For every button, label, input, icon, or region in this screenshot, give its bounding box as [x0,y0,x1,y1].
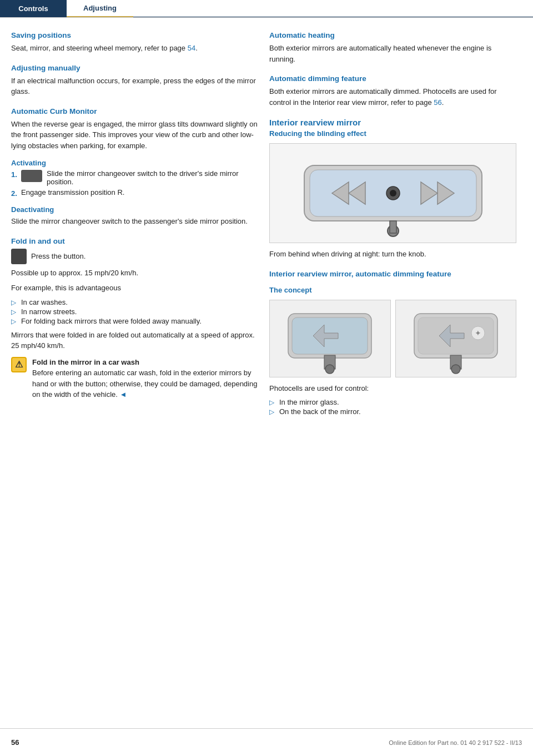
deactivating-heading: Deactivating [11,205,258,214]
mirror-illustration [269,143,516,243]
automatic-curb-text: When the reverse gear is engaged, the mi… [11,119,258,152]
mirror-svg [288,149,499,238]
automatic-heating-heading: Automatic heating [269,31,516,39]
concept-images: ✦ [269,300,516,377]
interior-rearview-heading: Interior rearview mirror [269,118,516,127]
warning-icon: ⚠ [11,357,27,372]
svg-rect-3 [390,221,396,233]
saving-positions-page-link[interactable]: 54 [188,44,195,52]
photocells-text: Photocells are used for control: [269,383,516,394]
step-1-number: 1. [11,169,21,179]
step-2-content: Engage transmission position R. [21,188,258,196]
step-1-item: 1. Slide the mirror changeover switch to… [11,169,258,186]
right-column: Automatic heating Both exterior mirrors … [269,31,516,417]
automatic-dimming-heading: Automatic dimming feature [269,74,516,83]
svg-text:✦: ✦ [475,329,481,337]
fold-button-icon [11,249,27,264]
page-footer: 56 Online Edition for Part no. 01 40 2 9… [0,728,533,756]
concept-svg-right: ✦ [406,303,506,375]
fold-speed-text: Possible up to approx. 15 mph/20 km/h. [11,268,258,279]
main-content: Saving positions Seat, mirror, and steer… [0,18,533,461]
header-divider [133,0,533,17]
footer-edition-text: Online Edition for Part no. 01 40 2 917 … [389,739,522,746]
warning-text-content: Fold in the mirror in a car wash Before … [32,357,258,400]
activating-heading: Activating [11,159,258,167]
page-header: Controls Adjusting [0,0,533,18]
step-2-item: 2. Engage transmission position R. [11,188,258,198]
concept-bullet-arrow-2: ▷ [269,407,279,416]
left-column: Saving positions Seat, mirror, and steer… [11,31,258,417]
automatic-heating-text: Both exterior mirrors are automatically … [269,43,516,64]
mirrors-folded-text: Mirrors that were folded in are folded o… [11,330,258,351]
step-1-content: Slide the mirror changeover switch to th… [21,169,258,186]
svg-point-20 [451,365,460,374]
bullet-item-3: ▷ For folding back mirrors that were fol… [11,317,258,325]
fold-row: Press the button. [11,249,258,264]
saving-positions-heading: Saving positions [11,31,258,39]
bullet-item-2: ▷ In narrow streets. [11,308,258,316]
automatic-curb-heading: Automatic Curb Monitor [11,107,258,115]
adjusting-manually-text: If an electrical malfunction occurs, for… [11,75,258,97]
svg-point-9 [390,190,396,196]
auto-dimming-section-heading: Interior rearview mirror, automatic dimm… [269,270,516,278]
saving-positions-text: Seat, mirror, and steering wheel memory,… [11,43,258,54]
bullet-item-1: ▷ In car washes. [11,298,258,306]
mirror-switch-icon [21,170,42,182]
fold-press-text: Press the button. [31,251,86,262]
reducing-heading: Reducing the blinding effect [269,129,516,138]
fold-example-text: For example, this is advantageous [11,283,258,294]
adjusting-manually-heading: Adjusting manually [11,64,258,72]
bullet-arrow-2: ▷ [11,308,21,316]
warning-box: ⚠ Fold in the mirror in a car wash Befor… [11,357,258,400]
bullet-arrow-3: ▷ [11,317,21,325]
reducing-text: From behind when driving at night: turn … [269,249,516,260]
step-2-number: 2. [11,188,21,198]
concept-image-right: ✦ [395,300,517,377]
concept-svg-left [280,303,380,375]
deactivating-text: Slide the mirror changeover switch to th… [11,216,258,227]
tab-controls[interactable]: Controls [0,0,67,17]
concept-bullet-1: ▷ In the mirror glass. [269,398,516,406]
concept-image-left [269,300,391,377]
tab-adjusting[interactable]: Adjusting [67,0,133,17]
bullet-arrow-1: ▷ [11,298,21,306]
page-number: 56 [11,738,19,747]
warning-back-arrow: ◄ [120,390,127,399]
fold-heading: Fold in and out [11,237,258,245]
concept-bullet-arrow-1: ▷ [269,398,279,406]
svg-point-13 [325,365,334,374]
concept-bullet-2: ▷ On the back of the mirror. [269,407,516,416]
dimming-page-link[interactable]: 56 [434,98,441,107]
automatic-dimming-text: Both exterior mirrors are automatically … [269,86,516,108]
concept-heading: The concept [269,286,516,294]
